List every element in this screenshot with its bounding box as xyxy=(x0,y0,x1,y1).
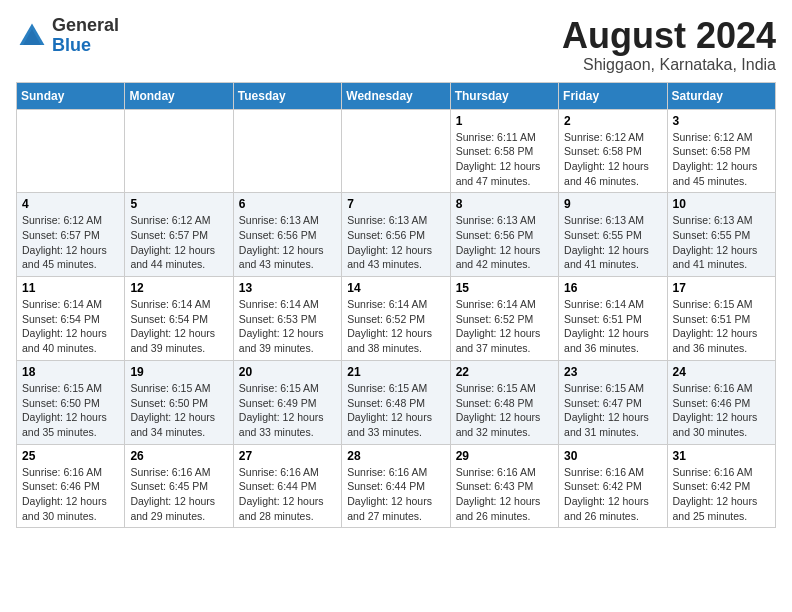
day-number: 28 xyxy=(347,449,444,463)
logo-general-text: General xyxy=(52,15,119,35)
day-info: Sunrise: 6:13 AM Sunset: 6:55 PM Dayligh… xyxy=(564,213,661,272)
day-number: 14 xyxy=(347,281,444,295)
day-info: Sunrise: 6:15 AM Sunset: 6:51 PM Dayligh… xyxy=(673,297,770,356)
calendar-cell: 2Sunrise: 6:12 AM Sunset: 6:58 PM Daylig… xyxy=(559,109,667,193)
day-info: Sunrise: 6:15 AM Sunset: 6:48 PM Dayligh… xyxy=(347,381,444,440)
calendar-cell: 13Sunrise: 6:14 AM Sunset: 6:53 PM Dayli… xyxy=(233,277,341,361)
day-number: 11 xyxy=(22,281,119,295)
calendar-cell: 20Sunrise: 6:15 AM Sunset: 6:49 PM Dayli… xyxy=(233,360,341,444)
day-number: 6 xyxy=(239,197,336,211)
day-number: 7 xyxy=(347,197,444,211)
day-info: Sunrise: 6:16 AM Sunset: 6:42 PM Dayligh… xyxy=(673,465,770,524)
day-info: Sunrise: 6:12 AM Sunset: 6:58 PM Dayligh… xyxy=(564,130,661,189)
calendar-cell: 28Sunrise: 6:16 AM Sunset: 6:44 PM Dayli… xyxy=(342,444,450,528)
title-area: August 2024 Shiggaon, Karnataka, India xyxy=(562,16,776,74)
calendar-cell: 11Sunrise: 6:14 AM Sunset: 6:54 PM Dayli… xyxy=(17,277,125,361)
day-info: Sunrise: 6:16 AM Sunset: 6:43 PM Dayligh… xyxy=(456,465,553,524)
day-number: 2 xyxy=(564,114,661,128)
day-info: Sunrise: 6:13 AM Sunset: 6:55 PM Dayligh… xyxy=(673,213,770,272)
day-info: Sunrise: 6:14 AM Sunset: 6:52 PM Dayligh… xyxy=(347,297,444,356)
day-header: Tuesday xyxy=(233,82,341,109)
calendar-cell: 3Sunrise: 6:12 AM Sunset: 6:58 PM Daylig… xyxy=(667,109,775,193)
day-number: 22 xyxy=(456,365,553,379)
calendar-cell: 19Sunrise: 6:15 AM Sunset: 6:50 PM Dayli… xyxy=(125,360,233,444)
day-info: Sunrise: 6:16 AM Sunset: 6:46 PM Dayligh… xyxy=(22,465,119,524)
day-number: 10 xyxy=(673,197,770,211)
day-number: 24 xyxy=(673,365,770,379)
day-info: Sunrise: 6:15 AM Sunset: 6:50 PM Dayligh… xyxy=(22,381,119,440)
day-info: Sunrise: 6:16 AM Sunset: 6:46 PM Dayligh… xyxy=(673,381,770,440)
day-info: Sunrise: 6:16 AM Sunset: 6:44 PM Dayligh… xyxy=(239,465,336,524)
day-number: 23 xyxy=(564,365,661,379)
calendar-cell: 10Sunrise: 6:13 AM Sunset: 6:55 PM Dayli… xyxy=(667,193,775,277)
day-number: 30 xyxy=(564,449,661,463)
calendar-cell xyxy=(125,109,233,193)
day-number: 4 xyxy=(22,197,119,211)
day-info: Sunrise: 6:15 AM Sunset: 6:47 PM Dayligh… xyxy=(564,381,661,440)
day-number: 13 xyxy=(239,281,336,295)
calendar-week-row: 4Sunrise: 6:12 AM Sunset: 6:57 PM Daylig… xyxy=(17,193,776,277)
day-info: Sunrise: 6:12 AM Sunset: 6:58 PM Dayligh… xyxy=(673,130,770,189)
day-header: Monday xyxy=(125,82,233,109)
day-number: 1 xyxy=(456,114,553,128)
days-header-row: SundayMondayTuesdayWednesdayThursdayFrid… xyxy=(17,82,776,109)
calendar: SundayMondayTuesdayWednesdayThursdayFrid… xyxy=(16,82,776,529)
location: Shiggaon, Karnataka, India xyxy=(562,56,776,74)
day-number: 3 xyxy=(673,114,770,128)
day-number: 9 xyxy=(564,197,661,211)
calendar-cell: 5Sunrise: 6:12 AM Sunset: 6:57 PM Daylig… xyxy=(125,193,233,277)
logo-blue-text: Blue xyxy=(52,35,91,55)
day-number: 20 xyxy=(239,365,336,379)
calendar-cell: 4Sunrise: 6:12 AM Sunset: 6:57 PM Daylig… xyxy=(17,193,125,277)
day-info: Sunrise: 6:15 AM Sunset: 6:50 PM Dayligh… xyxy=(130,381,227,440)
day-number: 25 xyxy=(22,449,119,463)
day-info: Sunrise: 6:16 AM Sunset: 6:45 PM Dayligh… xyxy=(130,465,227,524)
calendar-cell: 6Sunrise: 6:13 AM Sunset: 6:56 PM Daylig… xyxy=(233,193,341,277)
day-info: Sunrise: 6:15 AM Sunset: 6:49 PM Dayligh… xyxy=(239,381,336,440)
day-number: 31 xyxy=(673,449,770,463)
day-info: Sunrise: 6:13 AM Sunset: 6:56 PM Dayligh… xyxy=(456,213,553,272)
calendar-cell: 21Sunrise: 6:15 AM Sunset: 6:48 PM Dayli… xyxy=(342,360,450,444)
day-number: 26 xyxy=(130,449,227,463)
calendar-cell xyxy=(17,109,125,193)
calendar-week-row: 11Sunrise: 6:14 AM Sunset: 6:54 PM Dayli… xyxy=(17,277,776,361)
day-header: Thursday xyxy=(450,82,558,109)
day-number: 5 xyxy=(130,197,227,211)
day-info: Sunrise: 6:14 AM Sunset: 6:54 PM Dayligh… xyxy=(22,297,119,356)
calendar-cell: 14Sunrise: 6:14 AM Sunset: 6:52 PM Dayli… xyxy=(342,277,450,361)
calendar-cell xyxy=(342,109,450,193)
day-info: Sunrise: 6:16 AM Sunset: 6:42 PM Dayligh… xyxy=(564,465,661,524)
calendar-cell: 7Sunrise: 6:13 AM Sunset: 6:56 PM Daylig… xyxy=(342,193,450,277)
day-info: Sunrise: 6:14 AM Sunset: 6:54 PM Dayligh… xyxy=(130,297,227,356)
day-number: 21 xyxy=(347,365,444,379)
day-info: Sunrise: 6:13 AM Sunset: 6:56 PM Dayligh… xyxy=(347,213,444,272)
day-number: 16 xyxy=(564,281,661,295)
day-info: Sunrise: 6:15 AM Sunset: 6:48 PM Dayligh… xyxy=(456,381,553,440)
calendar-cell: 8Sunrise: 6:13 AM Sunset: 6:56 PM Daylig… xyxy=(450,193,558,277)
calendar-week-row: 18Sunrise: 6:15 AM Sunset: 6:50 PM Dayli… xyxy=(17,360,776,444)
logo-icon xyxy=(16,20,48,52)
calendar-cell: 9Sunrise: 6:13 AM Sunset: 6:55 PM Daylig… xyxy=(559,193,667,277)
day-number: 18 xyxy=(22,365,119,379)
calendar-cell: 25Sunrise: 6:16 AM Sunset: 6:46 PM Dayli… xyxy=(17,444,125,528)
day-header: Sunday xyxy=(17,82,125,109)
day-header: Wednesday xyxy=(342,82,450,109)
header: General Blue August 2024 Shiggaon, Karna… xyxy=(16,16,776,74)
calendar-cell: 27Sunrise: 6:16 AM Sunset: 6:44 PM Dayli… xyxy=(233,444,341,528)
day-number: 29 xyxy=(456,449,553,463)
day-info: Sunrise: 6:14 AM Sunset: 6:53 PM Dayligh… xyxy=(239,297,336,356)
day-info: Sunrise: 6:16 AM Sunset: 6:44 PM Dayligh… xyxy=(347,465,444,524)
calendar-cell: 29Sunrise: 6:16 AM Sunset: 6:43 PM Dayli… xyxy=(450,444,558,528)
day-number: 8 xyxy=(456,197,553,211)
day-number: 27 xyxy=(239,449,336,463)
day-info: Sunrise: 6:11 AM Sunset: 6:58 PM Dayligh… xyxy=(456,130,553,189)
calendar-cell xyxy=(233,109,341,193)
day-info: Sunrise: 6:12 AM Sunset: 6:57 PM Dayligh… xyxy=(22,213,119,272)
calendar-cell: 18Sunrise: 6:15 AM Sunset: 6:50 PM Dayli… xyxy=(17,360,125,444)
month-year: August 2024 xyxy=(562,16,776,56)
day-info: Sunrise: 6:14 AM Sunset: 6:51 PM Dayligh… xyxy=(564,297,661,356)
day-info: Sunrise: 6:13 AM Sunset: 6:56 PM Dayligh… xyxy=(239,213,336,272)
calendar-cell: 17Sunrise: 6:15 AM Sunset: 6:51 PM Dayli… xyxy=(667,277,775,361)
calendar-cell: 31Sunrise: 6:16 AM Sunset: 6:42 PM Dayli… xyxy=(667,444,775,528)
day-header: Friday xyxy=(559,82,667,109)
